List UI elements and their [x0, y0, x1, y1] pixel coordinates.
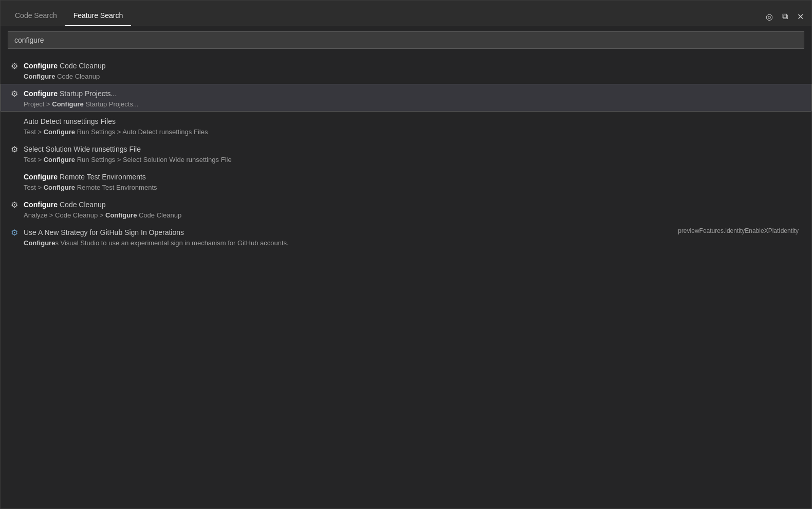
close-icon: ✕ — [797, 12, 804, 22]
result-title: Select Solution Wide runsettings File — [24, 145, 141, 153]
gear-icon — [9, 200, 20, 210]
preview-button[interactable]: ◎ — [764, 11, 774, 22]
close-button[interactable]: ✕ — [795, 11, 805, 22]
tab-code-search[interactable]: Code Search — [7, 6, 65, 26]
open-icon: ⧉ — [782, 12, 788, 21]
gear-icon — [9, 89, 20, 99]
gear-icon — [9, 61, 20, 71]
tab-code-search-label: Code Search — [15, 11, 57, 20]
tab-feature-search[interactable]: Feature Search — [65, 6, 132, 26]
main-window: Code Search Feature Search ◎ ⧉ ✕ — [0, 0, 812, 509]
result-title: Use A New Strategy for GitHub Sign In Op… — [24, 228, 184, 237]
result-title: Configure Code Cleanup — [24, 62, 106, 70]
title-bar: Code Search Feature Search ◎ ⧉ ✕ — [1, 1, 811, 26]
search-bar — [1, 26, 811, 54]
result-subtitle: Project > Configure Startup Projects... — [9, 100, 803, 108]
result-subtitle: Test > Configure Run Settings > Select S… — [9, 156, 803, 163]
gear-icon — [9, 144, 20, 154]
title-bar-actions: ◎ ⧉ ✕ — [764, 11, 805, 26]
result-title: Auto Detect runsettings Files — [24, 117, 116, 125]
tab-feature-search-label: Feature Search — [73, 11, 123, 20]
github-icon: ⚙ — [9, 228, 20, 238]
search-input[interactable] — [8, 31, 804, 49]
result-subtitle: Test > Configure Remote Test Environment… — [9, 184, 803, 191]
list-item[interactable]: Select Solution Wide runsettings File Te… — [1, 139, 811, 167]
list-item[interactable]: Configure Code Cleanup Configure Code Cl… — [1, 56, 811, 84]
list-item[interactable]: Auto Detect runsettings Files Test > Con… — [1, 112, 811, 139]
open-button[interactable]: ⧉ — [780, 11, 790, 22]
list-item[interactable]: Configure Code Cleanup Analyze > Code Cl… — [1, 195, 811, 223]
results-list: Configure Code Cleanup Configure Code Cl… — [1, 54, 811, 508]
result-subtitle: Configure Code Cleanup — [9, 72, 803, 80]
result-title: Configure Code Cleanup — [24, 201, 106, 209]
result-title: Configure Startup Projects... — [24, 89, 117, 98]
result-subtitle: Configures Visual Studio to use an exper… — [9, 239, 289, 247]
result-subtitle: Analyze > Code Cleanup > Configure Code … — [9, 211, 803, 219]
list-item[interactable]: Configure Startup Projects... Project > … — [1, 84, 811, 112]
preview-icon: ◎ — [766, 12, 773, 22]
result-subtitle: Test > Configure Run Settings > Auto Det… — [9, 128, 803, 136]
list-item[interactable]: Configure Remote Test Environments Test … — [1, 167, 811, 195]
result-title: Configure Remote Test Environments — [24, 173, 146, 181]
list-item[interactable]: ⚙ Use A New Strategy for GitHub Sign In … — [1, 223, 811, 250]
result-tag: previewFeatures.identityEnableXPlatIdent… — [678, 226, 803, 234]
